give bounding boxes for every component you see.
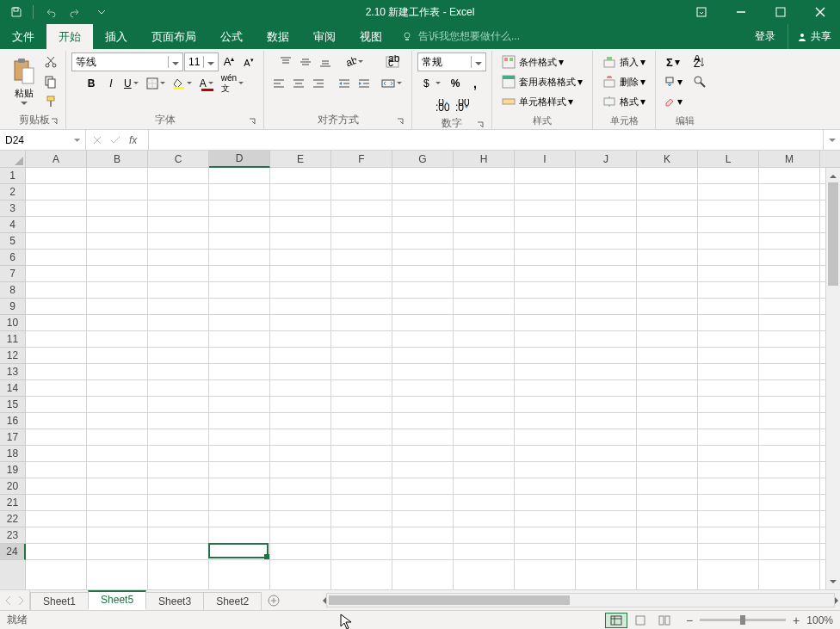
row-header[interactable]: 18: [0, 446, 25, 462]
tab-insert[interactable]: 插入: [93, 24, 139, 49]
scroll-track[interactable]: [326, 593, 835, 607]
sheet-tab[interactable]: Sheet1: [30, 592, 89, 610]
ribbon-options-button[interactable]: [682, 0, 721, 24]
row-header[interactable]: 17: [0, 429, 25, 446]
fill-button[interactable]: ▾: [661, 72, 685, 91]
percent-button[interactable]: %: [446, 74, 465, 93]
column-header[interactable]: I: [515, 151, 576, 167]
decrease-decimal-button[interactable]: .00.0: [453, 96, 472, 114]
redo-button[interactable]: [65, 1, 87, 23]
fx-icon[interactable]: fx: [129, 135, 141, 145]
copy-button[interactable]: [41, 72, 60, 91]
zoom-in-button[interactable]: +: [793, 614, 800, 627]
cancel-icon[interactable]: [93, 136, 102, 145]
column-header[interactable]: K: [637, 151, 698, 167]
scroll-thumb[interactable]: [828, 182, 838, 286]
row-header[interactable]: 20: [0, 478, 25, 495]
sort-filter-button[interactable]: AZ: [690, 52, 709, 71]
format-painter-button[interactable]: [41, 92, 60, 111]
font-launcher[interactable]: [246, 115, 258, 127]
row-header[interactable]: 6: [0, 250, 25, 266]
tab-page-layout[interactable]: 页面布局: [139, 24, 208, 49]
align-middle-button[interactable]: [296, 52, 315, 71]
column-header[interactable]: L: [698, 151, 759, 167]
undo-button[interactable]: [39, 1, 61, 23]
format-cells-button[interactable]: 格式▾: [598, 92, 650, 111]
row-header[interactable]: 12: [0, 348, 25, 364]
phonetic-button[interactable]: wén文: [219, 74, 248, 93]
number-launcher[interactable]: [474, 119, 486, 131]
border-button[interactable]: [144, 74, 170, 93]
share-button[interactable]: 共享: [788, 24, 840, 49]
page-break-view-button[interactable]: [653, 613, 676, 628]
name-box-input[interactable]: [5, 134, 74, 146]
close-button[interactable]: [800, 0, 840, 24]
conditional-format-button[interactable]: 条件格式▾: [497, 52, 568, 71]
align-left-button[interactable]: [269, 74, 288, 93]
row-header[interactable]: 19: [0, 462, 25, 478]
cells-area[interactable]: [26, 168, 825, 589]
sheet-tab[interactable]: Sheet5: [88, 590, 146, 610]
row-header[interactable]: 16: [0, 413, 25, 429]
comma-button[interactable]: ,: [466, 74, 485, 93]
column-header[interactable]: G: [392, 151, 454, 167]
scroll-thumb[interactable]: [329, 595, 570, 605]
decrease-indent-button[interactable]: [335, 74, 354, 93]
align-right-button[interactable]: [309, 74, 328, 93]
active-cell[interactable]: [208, 543, 269, 558]
delete-cells-button[interactable]: 删除▾: [598, 72, 650, 91]
increase-indent-button[interactable]: [355, 74, 374, 93]
row-header[interactable]: 8: [0, 282, 25, 299]
name-box[interactable]: [0, 130, 86, 150]
wrap-text-button[interactable]: abc: [383, 52, 402, 71]
scroll-track[interactable]: [826, 182, 840, 575]
font-color-button[interactable]: A: [197, 74, 218, 93]
tab-formulas[interactable]: 公式: [208, 24, 255, 49]
row-header[interactable]: 4: [0, 217, 25, 233]
decrease-font-button[interactable]: A▾: [239, 52, 258, 71]
row-header[interactable]: 23: [0, 527, 25, 544]
sheet-nav-prev[interactable]: [5, 596, 12, 605]
row-header[interactable]: 13: [0, 364, 25, 380]
row-header[interactable]: 3: [0, 200, 25, 217]
tab-review[interactable]: 审阅: [301, 24, 348, 49]
select-all-button[interactable]: [0, 151, 26, 167]
find-select-button[interactable]: [690, 72, 709, 91]
sheet-tab[interactable]: Sheet3: [145, 592, 204, 610]
formula-bar-expand[interactable]: [823, 130, 840, 150]
orientation-button[interactable]: ab: [342, 52, 368, 71]
sheet-nav-next[interactable]: [17, 596, 24, 605]
align-top-button[interactable]: [276, 52, 295, 71]
column-header[interactable]: J: [576, 151, 637, 167]
row-header[interactable]: 5: [0, 233, 25, 250]
scroll-down-button[interactable]: [826, 575, 840, 589]
qat-customize-button[interactable]: [90, 1, 113, 23]
underline-button[interactable]: U: [121, 74, 143, 93]
enter-icon[interactable]: [110, 136, 120, 145]
fill-color-button[interactable]: [170, 74, 196, 93]
column-header[interactable]: M: [759, 151, 820, 167]
tab-file[interactable]: 文件: [0, 24, 46, 49]
tab-data[interactable]: 数据: [255, 24, 301, 49]
column-header[interactable]: C: [148, 151, 209, 167]
column-header[interactable]: E: [270, 151, 331, 167]
cell-styles-button[interactable]: 单元格样式▾: [497, 92, 578, 111]
align-center-button[interactable]: [289, 74, 308, 93]
column-header[interactable]: H: [454, 151, 515, 167]
insert-cells-button[interactable]: 插入▾: [598, 52, 650, 71]
clipboard-launcher[interactable]: [48, 115, 60, 127]
increase-font-button[interactable]: A▴: [219, 52, 238, 71]
maximize-button[interactable]: [761, 0, 800, 24]
column-header[interactable]: B: [87, 151, 148, 167]
scroll-up-button[interactable]: [826, 168, 840, 182]
row-header[interactable]: 10: [0, 315, 25, 331]
page-layout-view-button[interactable]: [629, 613, 652, 628]
font-name-combo[interactable]: 等线: [71, 52, 183, 71]
row-header[interactable]: 14: [0, 380, 25, 397]
row-header[interactable]: 1: [0, 168, 25, 184]
save-button[interactable]: [5, 1, 28, 23]
horizontal-scrollbar[interactable]: [321, 590, 840, 610]
zoom-out-button[interactable]: −: [686, 614, 693, 627]
font-size-combo[interactable]: 11: [184, 52, 219, 71]
number-format-combo[interactable]: 常规: [417, 52, 486, 71]
